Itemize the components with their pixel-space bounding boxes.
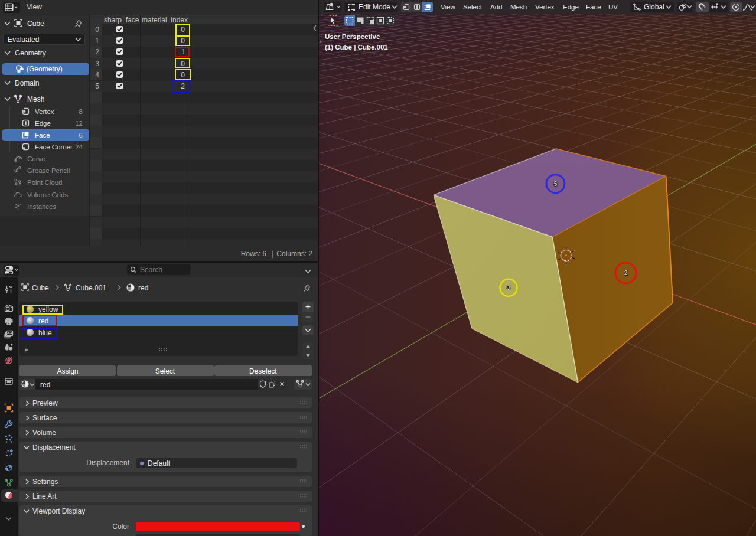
svg-text:3: 3: [507, 285, 510, 291]
svg-text:5: 5: [554, 181, 558, 187]
svg-text:2: 2: [624, 270, 628, 276]
